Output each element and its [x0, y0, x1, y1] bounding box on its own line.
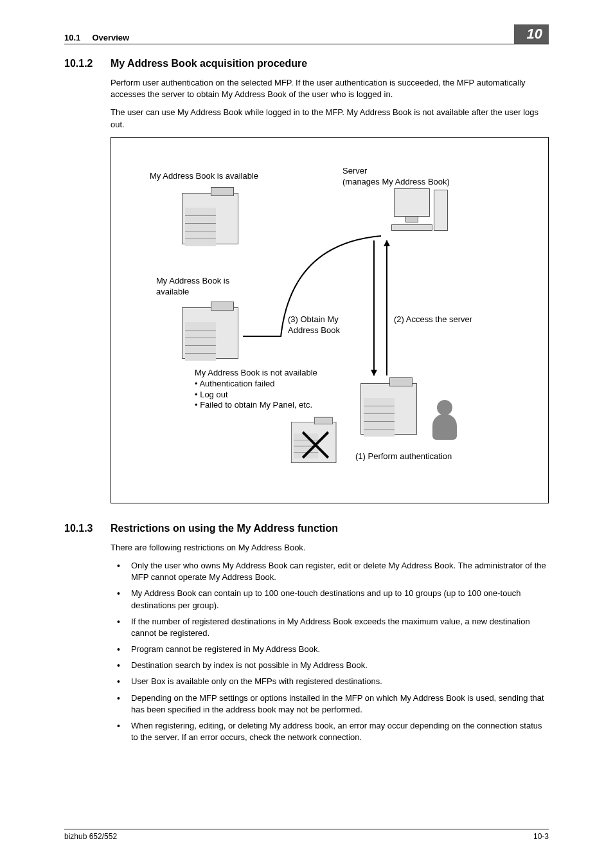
diagram-label-not-available: My Address Book is not available • Authe…: [195, 368, 317, 411]
mfp-icon: [182, 307, 238, 359]
header-section-ref: 10.1 Overview: [64, 33, 129, 42]
footer-model: bizhub 652/552: [64, 832, 117, 841]
footer-page-number: 10-3: [533, 832, 549, 841]
header-section-number: 10.1: [64, 33, 80, 42]
section-number: 10.1.3: [64, 523, 111, 534]
arrow-up-icon: [386, 240, 387, 375]
restrictions-list: Only the user who owns My Address Book c…: [111, 560, 549, 743]
paragraph: Perform user authentication on the selec…: [111, 77, 549, 100]
paragraph: The user can use My Address Book while l…: [111, 107, 549, 130]
diagram-label-available-top: My Address Book is available: [150, 171, 258, 182]
section-number: 10.1.2: [64, 58, 111, 69]
mfp-icon: [360, 383, 417, 435]
header-section-label: Overview: [92, 33, 129, 42]
section-title: Restrictions on using the My Address fun…: [111, 523, 549, 534]
diagram-label-server: Server (manages My Address Book): [342, 166, 450, 188]
list-item: User Box is available only on the MFPs w…: [111, 676, 549, 687]
list-item: Only the user who owns My Address Book c…: [111, 560, 549, 583]
connector-line: [243, 336, 280, 337]
page-content: 10.1.2 My Address Book acquisition proce…: [64, 51, 549, 748]
x-mark-icon: [301, 427, 330, 455]
curved-connector: [278, 231, 387, 366]
section-heading-1013: 10.1.3 Restrictions on using the My Addr…: [64, 523, 549, 534]
section-title: My Address Book acquisition procedure: [111, 58, 549, 69]
diagram-label-step1: (1) Perform authentication: [355, 451, 452, 462]
mfp-icon: [182, 193, 238, 244]
list-item: Destination search by index is not possi…: [111, 660, 549, 671]
section-heading-1012: 10.1.2 My Address Book acquisition proce…: [64, 58, 549, 69]
page-header: 10.1 Overview 10: [64, 24, 549, 44]
arrow-down-icon: [373, 240, 375, 375]
diagram-label-step2: (2) Access the server: [394, 314, 472, 325]
diagram: My Address Book is available Server (man…: [111, 137, 549, 503]
paragraph: There are following restrictions on My A…: [111, 542, 549, 554]
list-item: My Address Book can contain up to 100 on…: [111, 588, 549, 611]
diagram-label-available-mid: My Address Book is available: [156, 276, 253, 298]
list-item: Depending on the MFP settings or options…: [111, 692, 549, 716]
list-item: If the number of registered destinations…: [111, 616, 549, 639]
chapter-badge: 10: [514, 24, 549, 44]
page-footer: bizhub 652/552 10-3: [64, 829, 549, 841]
server-icon: [394, 188, 432, 231]
person-icon: [432, 400, 457, 440]
list-item: When registering, editing, or deleting M…: [111, 720, 549, 743]
list-item: Program cannot be registered in My Addre…: [111, 644, 549, 655]
